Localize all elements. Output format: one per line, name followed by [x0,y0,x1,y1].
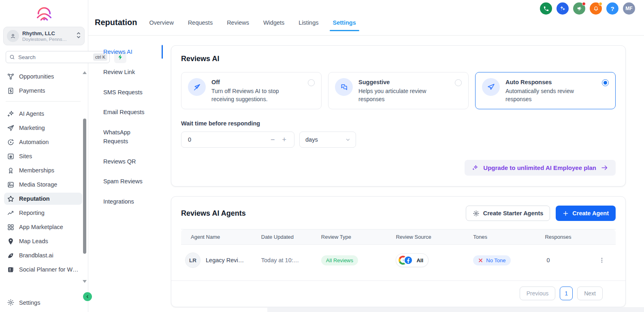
search-input[interactable] [17,54,91,61]
gear-icon [473,210,480,217]
subnav-item-reviews-qr[interactable]: Reviews QR [103,157,162,166]
account-switcher[interactable]: Rhythm, LLC Doylestown, Pennsyl… [3,27,85,45]
sparkles-icon [559,5,566,12]
tab-widgets[interactable]: Widgets [263,19,284,26]
review-source-pill[interactable]: All [396,253,429,267]
sidebar-item-reputation[interactable]: Reputation [4,193,82,205]
ai-sparkles-button[interactable] [557,2,569,15]
option-off-radio[interactable] [308,79,315,86]
sidebar-item-sites[interactable]: Sites [4,150,82,162]
table-header-row: Agent Name Date Updated Review Type Revi… [181,229,616,245]
sidebar-scrollbar[interactable] [82,71,87,283]
subnav-item-reviews-ai[interactable]: Reviews AI [103,48,162,57]
sidebar-item-label: Reporting [19,210,45,216]
gear-icon [7,299,15,306]
upgrade-plan-button[interactable]: Upgrade to unlimited AI Employee plan [465,160,616,176]
notification-dot-amber [599,2,602,6]
sidebar-item-label: Sites [19,153,32,159]
table-row[interactable]: LR Legacy Revi… Today at 10:… All Review… [181,245,616,276]
phone-button[interactable] [540,2,552,15]
media-storage-icon [7,181,15,189]
previous-page-button[interactable]: Previous [520,287,555,300]
option-suggestive[interactable]: Suggestive Helps you articulate review r… [328,72,469,109]
create-starter-agents-label: Create Starter Agents [483,210,544,216]
sidebar-collapse-button[interactable] [83,292,92,301]
create-starter-agents-button[interactable]: Create Starter Agents [466,206,550,221]
payments-icon [7,87,15,95]
decrement-button[interactable]: − [267,136,279,143]
account-text: Rhythm, LLC Doylestown, Pennsyl… [22,30,68,42]
sidebar-item-app-marketplace[interactable]: App Marketplace [4,221,82,233]
help-button[interactable]: ? [606,2,618,15]
reviews-ai-card: Reviews AI Off Turn off Reviews AI to st… [171,45,626,187]
wave-logo-icon [35,3,53,22]
option-auto-radio[interactable] [602,79,609,86]
sidebar-item-memberships[interactable]: Memberships [4,164,82,176]
upgrade-label: Upgrade to unlimited AI Employee plan [483,164,596,171]
scrollbar-track[interactable] [83,76,87,278]
marketing-icon [7,124,15,132]
bell-icon [593,6,599,12]
next-page-button[interactable]: Next [577,287,603,300]
wait-time-input-group: − + [181,132,294,148]
wait-time-unit-select[interactable]: days [299,132,356,148]
subnav-item-integrations[interactable]: Integrations [103,197,162,206]
subnav-item-email-requests[interactable]: Email Requests [103,108,162,117]
sidebar-item-automation[interactable]: Automation [4,136,82,148]
reputation-star-icon [7,195,15,203]
column-header-date-updated: Date Updated [257,229,317,245]
account-avatar-icon [7,30,19,42]
agents-table: Agent Name Date Updated Review Type Revi… [181,229,616,276]
sidebar-item-media-storage[interactable]: Media Storage [4,178,82,191]
tab-settings[interactable]: Settings [333,19,356,26]
row-actions-menu-button[interactable] [597,255,607,265]
announcements-button[interactable] [573,2,585,15]
tab-listings[interactable]: Listings [299,19,318,26]
increment-button[interactable]: + [278,136,290,143]
option-title: Off [211,79,302,85]
option-description: Turn off Reviews AI to stop receiving su… [211,87,302,103]
unit-select-value: days [305,136,318,143]
chevron-updown-icon [76,32,81,40]
option-suggestive-radio[interactable] [455,79,462,86]
sidebar-item-map-leads[interactable]: Map Leads [4,235,82,247]
wait-time-input[interactable] [187,136,267,143]
subnav-item-whatsapp-requests[interactable]: WhatsApp Requests [103,128,162,146]
subnav-item-sms-requests[interactable]: SMS Requests [103,88,162,97]
sidebar-item-settings[interactable]: Settings [7,299,40,306]
sidebar-item-label: Media Storage [19,181,57,188]
create-agent-button[interactable]: Create Agent [556,206,616,221]
option-description: Automatically sends review responses [505,87,596,103]
subnav-item-spam-reviews[interactable]: Spam Reviews [103,177,162,186]
tab-requests[interactable]: Requests [188,19,213,26]
sidebar-item-brandblast[interactable]: Brandblast.ai [4,249,82,261]
agent-cell: LR Legacy Revi… [185,253,253,268]
sidebar-item-label: AI Agents [19,110,44,117]
scroll-down-arrow-icon[interactable] [83,280,87,283]
plus-icon [563,210,569,216]
tone-label: No Tone [486,257,505,263]
user-avatar[interactable]: MF [623,2,635,15]
sidebar-item-payments[interactable]: Payments [4,85,82,97]
tab-reviews[interactable]: Reviews [227,19,249,26]
subnav-item-review-link[interactable]: Review Link [103,68,162,77]
page-number-button[interactable]: 1 [560,287,573,300]
sidebar-nav: Opportunities Payments AI Agents Marketi… [0,70,88,276]
sidebar-item-ai-agents[interactable]: AI Agents [4,108,82,120]
opportunities-icon [7,73,15,81]
option-auto-responses[interactable]: Auto Responses Automatically sends revie… [475,72,616,109]
facebook-icon [403,255,413,265]
sidebar-item-reporting[interactable]: Reporting [4,207,82,219]
chat-bubbles-icon [340,83,348,91]
scroll-up-arrow-icon[interactable] [83,71,87,74]
notifications-button[interactable] [590,2,602,15]
scrollbar-thumb[interactable] [83,119,86,254]
date-updated-cell: Today at 10:… [257,245,317,276]
tab-overview[interactable]: Overview [149,19,173,26]
sidebar-item-opportunities[interactable]: Opportunities [4,70,82,83]
sidebar-item-social-planner[interactable]: Social Planner for Wor… [4,263,82,276]
sidebar-item-marketing[interactable]: Marketing [4,122,82,134]
sparkle-icon [472,164,479,171]
option-off[interactable]: Off Turn off Reviews AI to stop receivin… [181,72,322,109]
chevron-left-icon [85,295,90,299]
